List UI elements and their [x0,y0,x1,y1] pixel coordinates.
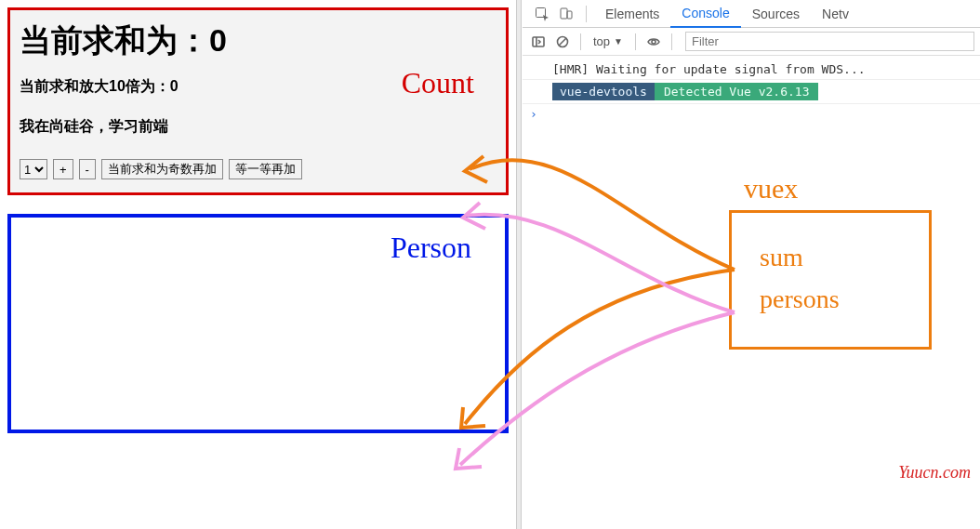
vuex-item-persons: persons [732,279,929,321]
console-log-line: [HMR] Waiting for update signal from WDS… [523,60,980,80]
vue-devtools-badge: vue-devtools [552,83,655,100]
toolbar-separator [580,33,581,50]
count-select[interactable]: 1 [20,159,47,179]
count-annotation-label: Count [402,66,474,100]
count-info-text: 我在尚硅谷，学习前端 [20,117,497,137]
count-sum-title: 当前求和为：0 [20,20,497,62]
eye-icon[interactable] [643,32,664,52]
person-component: Person [7,214,509,433]
inspect-element-icon[interactable] [530,1,554,27]
tab-separator [586,6,587,22]
odd-add-button[interactable]: 当前求和为奇数再加 [101,159,223,179]
tab-sources[interactable]: Sources [741,1,811,27]
chevron-down-icon: ▼ [614,36,623,46]
count-bigsum-label: 当前求和放大10倍为： [20,78,170,94]
console-badge-line: vue-devtoolsDetected Vue v2.6.13 [523,80,980,104]
count-bigsum-value: 0 [170,78,179,94]
svg-rect-3 [533,37,544,46]
console-toolbar: top ▼ [523,28,980,56]
split-divider[interactable] [516,0,522,529]
vuex-store-box: sum persons [729,210,932,350]
count-sum-label: 当前求和为： [20,22,209,58]
tab-console[interactable]: Console [670,0,740,28]
vuex-item-sum: sum [732,237,929,279]
svg-point-7 [652,40,656,44]
vuex-annotation-label: vuex [744,173,798,205]
devtools-tabbar: Elements Console Sources Netv [523,0,980,28]
tab-network[interactable]: Netv [811,1,860,27]
device-toggle-icon[interactable] [554,1,578,27]
toolbar-separator [671,33,672,50]
svg-rect-1 [561,8,567,19]
execution-context-select[interactable]: top ▼ [589,33,628,50]
watermark: Yuucn.com [898,463,971,483]
console-body: [HMR] Waiting for update signal from WDS… [523,56,980,127]
count-controls: 1 + - 当前求和为奇数再加 等一等再加 [20,159,497,179]
svg-rect-2 [567,11,572,19]
vue-detected-badge: Detected Vue v2.6.13 [655,83,819,100]
minus-button[interactable]: - [79,159,96,179]
svg-line-6 [559,38,566,46]
count-sum-value: 0 [209,22,227,58]
execution-context-value: top [593,34,610,48]
console-filter-input[interactable] [685,32,974,51]
count-component: 当前求和为：0 当前求和放大10倍为：0 我在尚硅谷，学习前端 Count 1 … [7,7,509,195]
console-sidebar-toggle-icon[interactable] [528,32,549,52]
console-prompt[interactable]: › [523,104,980,124]
clear-console-icon[interactable] [552,32,573,52]
toolbar-separator [635,33,636,50]
plus-button[interactable]: + [53,159,73,179]
tab-elements[interactable]: Elements [594,1,670,27]
wait-add-button[interactable]: 等一等再加 [229,159,302,179]
person-annotation-label: Person [391,231,471,265]
